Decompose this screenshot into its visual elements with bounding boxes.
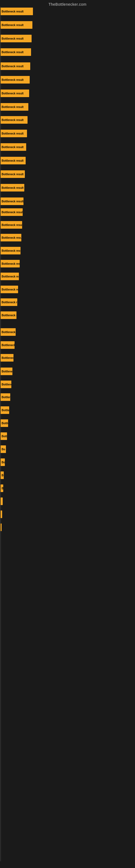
- bar-item: Bottleneck result: [1, 143, 26, 151]
- bar-item: Bo: [1, 458, 5, 466]
- bar-item: Bottleneck result: [1, 221, 22, 229]
- bar-item: Bottleneck result: [1, 368, 12, 375]
- bar-label: Bottleneck result: [2, 37, 24, 40]
- bar-label: B: [2, 474, 3, 477]
- bar-label: Bottleneck result: [2, 301, 17, 304]
- bar-item: Bottleneck result: [1, 341, 14, 349]
- bar-item: Bottleneck result: [1, 90, 29, 97]
- bar-item: Bottleneck result: [1, 48, 31, 56]
- bar-item: B: [1, 471, 4, 479]
- bar-label: Bo: [2, 461, 5, 464]
- bar-item: Bottleneck result: [1, 311, 16, 319]
- bar-label: Bottleneck result: [2, 65, 24, 68]
- bar-label: Bottleneck result: [2, 146, 24, 149]
- bar-item: Bottleneck result: [1, 184, 24, 191]
- bar-label: Bottleneck result: [2, 331, 16, 334]
- bar-label: Bottleneck result: [2, 51, 24, 54]
- chart-container: TheBottlenecker.com Bottleneck resultBot…: [0, 0, 135, 868]
- bar-item: Bottleneck result: [1, 35, 32, 42]
- bar-label: Bottleneck result: [2, 159, 24, 162]
- bar-label: Bottleneck result: [2, 119, 24, 122]
- bar-label: Bottleneck result: [2, 370, 12, 373]
- bar-label: Bottleneck result: [2, 288, 18, 291]
- bar-item: Bottleneck result: [1, 197, 24, 205]
- bar-label: Bottleneck result: [2, 186, 24, 189]
- bar-label: Bottleneck result: [2, 10, 24, 13]
- bar-label: Bottleneck result: [2, 223, 22, 226]
- bar-item: Bottleneck result: [1, 170, 25, 178]
- bar-label: Bottleneck result: [2, 356, 13, 360]
- bar-item: Bottleneck result: [1, 103, 28, 111]
- bar-label: Bottleneck result: [2, 132, 24, 135]
- bar-item: Bottleneck: [1, 406, 9, 414]
- bar-label: Bottleneck: [2, 422, 8, 425]
- bar-label: Bottleneck result: [2, 24, 24, 27]
- bar-item: Bottleneck result: [1, 260, 20, 268]
- bar-label: Bottleneck: [2, 435, 7, 438]
- bar-item: Bottleneck: [1, 420, 8, 427]
- bar-label: Bo: [2, 448, 5, 451]
- bar-item: Bottleneck result: [1, 116, 28, 124]
- bar-label: Bottleneck result: [2, 105, 24, 108]
- bar-item: Bo: [1, 445, 6, 453]
- bar-item: Bottleneck r: [1, 393, 10, 401]
- bar-item: Bottleneck result: [1, 157, 26, 164]
- bar-label: Bottleneck result: [2, 211, 23, 214]
- bar-label: Bottleneck result: [2, 383, 11, 386]
- bar-item: Bottleneck result: [1, 247, 20, 254]
- bar-item: Bottleneck result: [1, 273, 19, 280]
- bar-item: Bottleneck result: [1, 62, 30, 70]
- bar-label: Bottleneck result: [2, 79, 24, 82]
- bar-item: Bottleneck result: [1, 354, 13, 362]
- bar-label: B: [2, 487, 3, 490]
- bar-item: Bottleneck result: [1, 234, 21, 241]
- bar-label: Bottleneck result: [2, 92, 24, 95]
- bar-item: Bottleneck: [1, 432, 7, 440]
- bar-item: B: [1, 485, 3, 492]
- site-title: TheBottlenecker.com: [0, 0, 135, 8]
- bar-label: Bottleneck result: [2, 344, 14, 347]
- bar-label: Bottleneck result: [2, 275, 19, 278]
- bar-item: Bottleneck result: [1, 8, 33, 15]
- bar-item: Bottleneck result: [1, 76, 30, 84]
- bar-label: Bottleneck result: [2, 236, 21, 239]
- bar-item: Bottleneck result: [1, 130, 27, 137]
- bar-item: [1, 497, 3, 505]
- bar-item: Bottleneck result: [1, 380, 11, 388]
- bar-label: Bottleneck result: [2, 200, 24, 203]
- bar-label: Bottleneck result: [2, 173, 24, 176]
- bar-label: Bottleneck result: [2, 314, 16, 317]
- bar-label: Bottleneck result: [2, 262, 20, 265]
- bar-item: Bottleneck result: [1, 286, 18, 293]
- bar-item: Bottleneck result: [1, 208, 23, 216]
- bar-label: Bottleneck result: [2, 249, 20, 252]
- bar-item: [1, 524, 2, 531]
- bar-item: Bottleneck result: [1, 299, 17, 306]
- bar-item: Bottleneck result: [1, 328, 16, 336]
- bar-item: Bottleneck result: [1, 21, 32, 29]
- bar-label: Bottleneck r: [2, 396, 10, 399]
- bar-item: [1, 510, 2, 518]
- bar-label: Bottleneck: [2, 409, 9, 412]
